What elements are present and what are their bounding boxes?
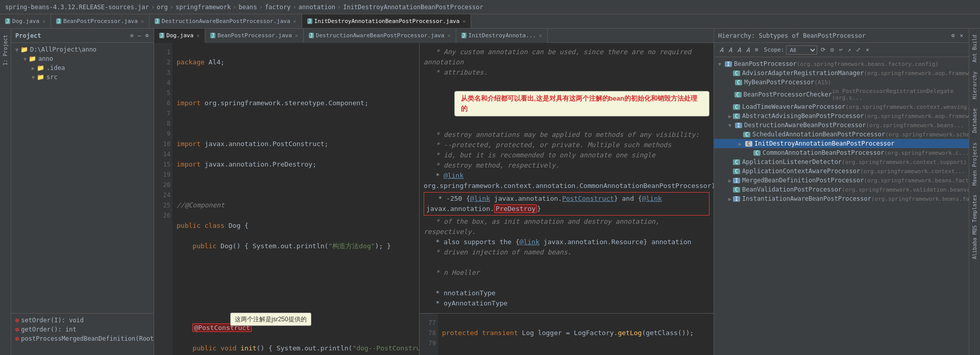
hierarchy-settings-btn[interactable]: ⚙ [950,32,957,39]
breadcrumb-item-5[interactable]: factory [264,4,292,11]
maven-tab[interactable]: Maven Projects [971,138,978,190]
breadcrumb-item-3[interactable]: springframework [175,4,232,11]
editor-tab-bp[interactable]: J BeanPostProcessor.java ✕ [205,29,304,43]
right-doc-panel: * Any custom annotation can be used, sin… [420,43,714,355]
breadcrumb-item-2[interactable]: org [156,4,169,11]
h-item-beanvalidation[interactable]: C BeanValidationPostProcessor (org.sprin… [714,185,969,194]
tab-initdestroy[interactable]: J InitDestroyAnnotationBeanPostProcessor… [302,14,472,29]
hierarchy-close-btn[interactable]: ✕ [958,32,965,39]
h-btn-a1[interactable]: A [718,46,725,54]
tree-idea[interactable]: ▶ 📁 .idea [11,63,154,73]
breadcrumb-item-1[interactable]: spring-beans-4.3.12.RELEASE-sources.jar [4,4,150,11]
bottom-right-code-content[interactable]: protected transient Log logger = LogFact… [438,314,714,355]
h-item-applistener[interactable]: C ApplicationListenerDetector (org.sprin… [714,157,969,167]
tab-beanpostprocessor[interactable]: J BeanPostProcessor.java ✕ [51,14,150,29]
h-icon-appcontext: C [733,169,740,174]
close-tab-dest[interactable]: ✕ [293,18,297,24]
close-ed-dest[interactable]: ✕ [448,33,451,38]
left-code-content[interactable]: package Al4; import org.springframework.… [173,43,419,355]
tab-dog-java[interactable]: J Dog.java ✕ [0,14,51,29]
editor-tab-dest[interactable]: J DestructionAwareBeanPostProcessor.java… [304,29,456,43]
h-btn-refresh[interactable]: ⟳ [819,46,827,54]
h-arrow-root: ▼ [718,61,723,67]
java-icon-ed-dest: J [309,33,314,38]
method-setorder[interactable]: ⊕ setOrder(I): void [13,316,154,325]
close-tab-init[interactable]: ✕ [462,18,465,24]
folder-icon-src: 📁 [37,74,44,81]
folder-icon-anno: 📁 [29,55,36,62]
doc-driven: * driven injection of named beans. [424,247,709,257]
h-icon-initdestroy: C [745,141,752,147]
chinese-note-container: 从类名和介绍都可以看出,这是对具有这两个注解的bean的初始化和销毁方法处理的 [454,91,709,116]
editor-tab-init[interactable]: J InitDestroyAnnota... ✕ [456,29,548,43]
settings-icon[interactable]: ⚙ [144,32,150,39]
h-icon-instantiation: I [733,196,740,202]
method-postprocess[interactable]: ⊕ postProcessMergedBeanDefinition(RootBe… [13,334,154,343]
h-btn-a2[interactable]: A [727,46,733,54]
h-item-mergedbean[interactable]: ▶ I MergedBeanDefinitionPostProcessor (o… [714,176,969,185]
doc-destroy-method: * destroy method, respectively. [424,160,709,171]
method-icon-setorder: ⊕ [15,317,19,324]
method-getorder[interactable]: ⊕ getOrder(): int [13,325,154,334]
sync-icon[interactable]: ⊙ [129,32,135,39]
alibaba-tab[interactable]: Alibaba MQS Templates [971,191,978,263]
h-icon-applistener: C [733,159,740,165]
breadcrumb-item-6[interactable]: annotation [298,4,336,11]
h-icon-ltw: C [733,104,740,110]
h-item-common[interactable]: C CommonAnnotationBeanPostProcessor (org… [714,148,969,157]
bottom-right-code: 77 78 79 protected transient Log logger … [420,313,714,355]
h-icon-abstract: C [733,113,740,119]
collapse-icon[interactable]: — [137,32,142,39]
java-icon-dest: J [155,18,160,24]
method-icon-getorder: ⊕ [15,326,19,333]
hierarchy-header-buttons: ⚙ ✕ [950,32,965,39]
java-icon-bp: J [56,18,61,24]
doc-line-55: * Any custom annotation can be used, sin… [424,47,709,67]
h-icon-bp: I [725,61,732,67]
close-ed-dog[interactable]: ✕ [197,33,200,38]
close-tab-dog[interactable]: ✕ [42,18,45,24]
h-icon-checker: C [734,92,742,98]
h-btn-close[interactable]: ✕ [864,46,871,54]
h-item-destruction[interactable]: ▼ I DestructionAwareBeanPostProcessor (o… [714,121,969,130]
h-item-abstractadvising[interactable]: ▶ C AbstractAdvisingBeanPostProcessor (o… [714,111,969,121]
h-item-loadtimeweaver[interactable]: C LoadTimeWeaverAwareProcessor (org.spri… [714,102,969,111]
h-btn-forward[interactable]: ↗ [846,46,853,54]
ant-build-tab[interactable]: Ant Build [971,31,978,66]
h-btn-maximize[interactable]: ⤢ [854,46,862,54]
close-ed-bp[interactable]: ✕ [295,33,298,38]
h-btn-a3[interactable]: A [736,46,742,54]
left-code-panel: 1 2 3 4 5 6 7 8 9 10 14 [154,43,420,355]
breadcrumb-item-4[interactable]: beans [238,4,258,11]
doc-link-common: * @link org.springframework.context.anno… [424,171,709,191]
close-ed-init[interactable]: ✕ [539,33,542,38]
h-item-scheduled[interactable]: C ScheduledAnnotationBeanPostProcessor (… [714,130,969,139]
scope-select[interactable]: All Project [786,45,817,55]
editor-tab-dog[interactable]: J Dog.java ✕ [154,29,205,43]
sidebar-title: Project [15,32,41,39]
h-item-initdestroy-selected[interactable]: ▶ C InitDestroyAnnotationBeanPostProcess… [714,139,969,148]
breadcrumb-item-7[interactable]: InitDestroyAnnotationBeanPostProcessor [342,4,484,11]
h-item-instantiation[interactable]: ▶ I InstantiationAwareBeanPostProcessor … [714,194,969,203]
tree-root[interactable]: ▼ 📁 D:\AllProject\anno [11,45,154,54]
tree-anno[interactable]: ▼ 📁 anno [11,54,154,63]
close-tab-bp[interactable]: ✕ [141,18,144,24]
h-btn-a4[interactable]: A [745,46,751,54]
h-item-advisoradapter[interactable]: C AdvisorAdapterRegistrationManager (org… [714,68,969,78]
h-btn-list[interactable]: ≡ [753,46,760,54]
tree-src[interactable]: ▼ 📁 src [11,73,154,82]
h-icon-advisor: C [733,70,740,76]
h-item-appcontext[interactable]: C ApplicationContextAwareProcessor (org.… [714,167,969,176]
h-icon-beanvalidation: C [733,187,740,193]
h-item-beanpostprocessor[interactable]: ▼ I BeanPostProcessor (org.springframewo… [714,59,969,68]
h-item-bppchecker[interactable]: C BeanPostProcessorChecker in PostProces… [714,87,969,102]
hierarchy-panel: Hierarchy: Subtypes of BeanPostProcessor… [714,29,969,355]
h-item-mybeanpost[interactable]: C MyBeanPostProcessor (A15) [714,78,969,87]
database-tab[interactable]: Database [971,104,978,137]
hierarchy-vtab[interactable]: Hierarchy [971,67,978,103]
h-btn-expand[interactable]: ⊡ [829,46,836,54]
breadcrumb: spring-beans-4.3.12.RELEASE-sources.jar … [0,0,980,14]
h-btn-back[interactable]: ↩ [838,46,844,54]
project-tab[interactable]: 1: Project [2,31,9,69]
tab-destruction[interactable]: J DestructionAwareBeanPostProcessor.java… [150,14,302,29]
